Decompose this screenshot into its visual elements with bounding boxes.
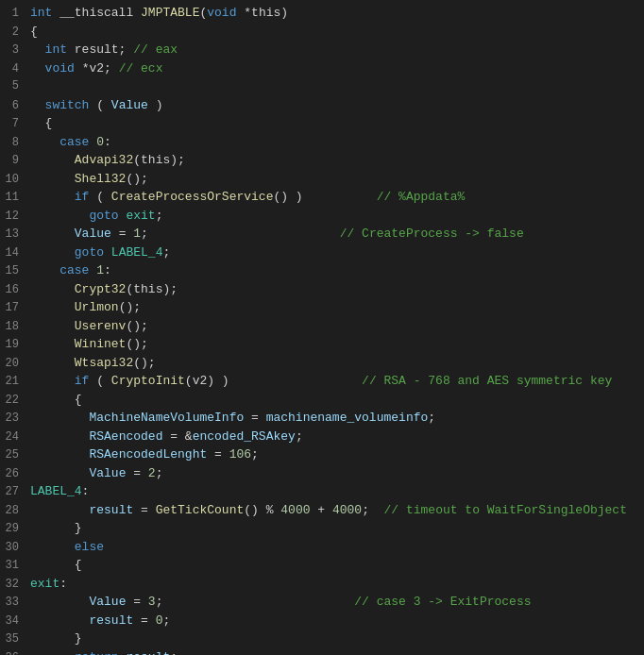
line-number: 30: [0, 539, 26, 556]
comment-token: // RSA - 768 and AES symmetric key: [362, 374, 612, 388]
kw-token: switch: [45, 98, 90, 112]
table-row: 5: [0, 77, 644, 96]
var-token: RSAencodedLenght: [89, 447, 207, 462]
plain-token: ;: [156, 595, 355, 609]
plain-token: ();: [126, 172, 147, 186]
line-number: 19: [0, 336, 26, 353]
plain-token: (: [89, 98, 110, 112]
fn-token: Userenv: [75, 319, 127, 333]
plain-token: }: [30, 521, 82, 535]
line-content: result = 0;: [26, 612, 644, 630]
table-row: 7 {: [0, 114, 644, 133]
var-token: Value: [89, 595, 126, 609]
plain-token: (v2) ): [185, 374, 362, 388]
kw-token: void: [207, 6, 236, 20]
line-number: 6: [0, 97, 26, 114]
comment-token: // timeout to WaitForSingleObject: [384, 503, 627, 517]
plain-token: *this): [236, 6, 288, 20]
plain-token: ();: [119, 300, 141, 314]
table-row: 28 result = GetTickCount() % 4000 + 4000…: [0, 501, 644, 520]
num-token: 1: [133, 227, 141, 241]
table-row: 21 if ( CryptoInit(v2) ) // RSA - 768 an…: [0, 372, 644, 391]
line-content: Value = 3; // case 3 -> ExitProcess: [26, 593, 644, 612]
plain-token: [30, 263, 59, 277]
plain-token: [30, 337, 75, 351]
plain-token: [30, 98, 45, 112]
comment-token: // %Appdata%: [377, 190, 466, 204]
plain-token: ();: [126, 319, 147, 333]
plain-token: {: [30, 116, 52, 130]
var-token: machinename_volumeinfo: [266, 411, 429, 425]
line-content: Advapi32(this);: [26, 151, 644, 170]
line-content: goto LABEL_4;: [26, 244, 644, 262]
table-row: 13 Value = 1; // CreateProcess -> false: [0, 225, 644, 244]
line-number: 1: [0, 5, 26, 22]
table-row: 18 Userenv();: [0, 317, 644, 336]
plain-token: [30, 429, 89, 444]
line-content: MachineNameVolumeInfo = machinename_volu…: [26, 409, 644, 428]
plain-token: [30, 595, 89, 609]
table-row: 9 Advapi32(this);: [0, 151, 644, 170]
var-token: Value: [75, 227, 111, 241]
line-content: {: [26, 114, 644, 133]
line-content: {: [26, 23, 644, 42]
line-content: int result; // eax: [26, 41, 644, 59]
line-number: 8: [0, 134, 26, 151]
line-content: LABEL_4:: [26, 482, 644, 501]
plain-token: {: [30, 558, 82, 572]
plain-token: =: [126, 466, 147, 480]
table-row: 6 switch ( Value ): [0, 96, 644, 115]
plain-token: =: [126, 595, 147, 609]
line-content: return result;: [26, 648, 644, 656]
kw-token: else: [75, 540, 104, 554]
line-number: 16: [0, 281, 26, 298]
plain-token: [30, 300, 75, 314]
num-token: 0: [96, 135, 104, 149]
plain-token: [30, 503, 89, 517]
plain-token: [30, 172, 75, 186]
line-number: 34: [0, 613, 26, 630]
plain-token: () %: [244, 503, 280, 517]
plain-token: =: [207, 447, 229, 462]
line-number: 23: [0, 410, 26, 427]
fn-token: Crypt32: [75, 282, 127, 296]
table-row: 27LABEL_4:: [0, 482, 644, 501]
line-number: 14: [0, 244, 26, 261]
num-token: 106: [229, 447, 251, 462]
plain-token: [30, 650, 75, 656]
fn-token: Shell32: [75, 172, 127, 186]
line-number: 13: [0, 226, 26, 243]
table-row: 12 goto exit;: [0, 207, 644, 226]
fn-token: Wininet: [75, 337, 127, 351]
line-number: 3: [0, 42, 26, 59]
label-token: exit: [126, 209, 155, 223]
line-content: goto exit;: [26, 207, 644, 226]
plain-token: ;: [296, 429, 303, 444]
plain-token: [30, 282, 75, 296]
table-row: 2{: [0, 23, 644, 42]
kw-token: if: [75, 190, 90, 204]
line-content: Value = 2;: [26, 464, 644, 483]
fn-token: GetTickCount: [156, 503, 245, 517]
plain-token: [30, 61, 45, 76]
line-number: 15: [0, 262, 26, 279]
table-row: 4 void *v2; // ecx: [0, 59, 644, 78]
comment-token: // ecx: [119, 61, 163, 76]
table-row: 35 }: [0, 630, 644, 648]
plain-token: [30, 42, 45, 57]
line-number: 20: [0, 355, 26, 372]
var-token: RSAencoded: [89, 429, 162, 444]
line-content: else: [26, 538, 644, 557]
num-token: 2: [148, 466, 156, 480]
line-content: case 0:: [26, 133, 644, 152]
plain-token: [30, 466, 89, 480]
plain-token: [30, 227, 75, 241]
plain-token: +: [311, 503, 332, 517]
table-row: 34 result = 0;: [0, 612, 644, 630]
label-token: LABEL_4: [111, 245, 163, 260]
line-number: 7: [0, 115, 26, 132]
var-token: MachineNameVolumeInfo: [89, 411, 244, 425]
var-token: encoded_RSAkey: [193, 429, 296, 444]
num-token: 3: [148, 595, 156, 609]
comment-token: // CreateProcess -> false: [340, 227, 524, 241]
